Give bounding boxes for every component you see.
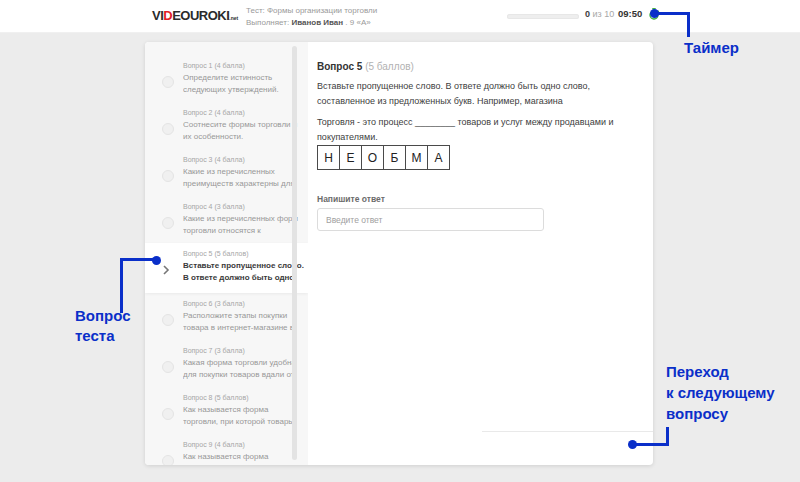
question-instruction: Вставьте пропущенное слово. В ответе дол… (317, 79, 649, 109)
logo-text: VI (152, 8, 163, 23)
letter: Б (391, 151, 399, 165)
question-status-circle-icon (162, 361, 174, 373)
test-title: Тест: Формы организации торговли (246, 5, 377, 17)
letter-tile[interactable]: Н (317, 145, 340, 170)
sidebar-item-question-3[interactable]: Вопрос 3 (4 балла) Какие из перечисленны… (145, 149, 308, 196)
next-annotation-label: Переход к следующему вопросу (666, 361, 775, 424)
question-item-desc: Вставьте пропущенное слово. В ответе дол… (183, 260, 304, 284)
question-item-desc: Какие из перечисленных преимуществ харак… (183, 166, 304, 190)
question-annotation-line1: Вопрос (75, 306, 131, 326)
score-current: 0 (585, 9, 590, 19)
chevron-right-icon (160, 264, 172, 276)
question-annotation-line-v (120, 258, 123, 313)
sidebar-item-question-5-active[interactable]: Вопрос 5 (5 баллов) Вставьте пропущенное… (145, 243, 308, 293)
timer-annotation-line-h (653, 12, 690, 15)
question-item-title: Вопрос 1 (4 балла) (183, 62, 304, 69)
question-text-with-blank: Торговля - это процесс ________ товаров … (317, 115, 649, 145)
letter-tile[interactable]: М (405, 145, 428, 170)
sidebar-item-question-2[interactable]: Вопрос 2 (4 балла) Соотнесите формы торг… (145, 102, 308, 149)
question-status-circle-icon (162, 76, 174, 88)
question-status-circle-icon (162, 314, 174, 326)
question-item-title: Вопрос 2 (4 балла) (183, 109, 304, 116)
question-annotation-line2: теста (75, 326, 131, 346)
question-item-desc: Какие из перечисленных форм торговли отн… (183, 213, 304, 237)
sidebar-item-question-9[interactable]: Вопрос 9 (4 балла) Как называется форма … (145, 434, 308, 465)
logo-letter-d: D (163, 8, 172, 23)
letter-tile[interactable]: Б (383, 145, 406, 170)
logo[interactable]: VIDEOUROKI.net (152, 8, 238, 23)
question-item-desc: Какая форма торговли удобна для покупки … (183, 357, 304, 381)
score-counter: 0 из 10 (585, 9, 614, 19)
question-item-desc: Расположите этапы покупки товара в интер… (183, 310, 304, 334)
footer-divider (482, 431, 653, 432)
next-annotation-line1: Переход (666, 361, 775, 382)
test-performer: Выполняет: Иванов Иван . 9 «А» (246, 17, 377, 29)
logo-text-rest: EOUROKI (172, 8, 229, 23)
answer-label: Напишите ответ (317, 194, 385, 204)
sidebar-scrollbar[interactable] (292, 46, 297, 460)
question-item-title: Вопрос 9 (4 балла) (183, 441, 304, 448)
question-status-circle-icon (162, 455, 174, 465)
score-total: из 10 (593, 9, 615, 19)
letter: О (368, 151, 377, 165)
logo-suffix: .net (229, 15, 238, 21)
question-status-circle-icon (162, 408, 174, 420)
answer-input[interactable] (317, 208, 544, 231)
letter: Н (324, 151, 333, 165)
sidebar-item-question-7[interactable]: Вопрос 7 (3 балла) Какая форма торговли … (145, 340, 308, 387)
question-item-title: Вопрос 8 (5 баллов) (183, 394, 304, 401)
timer-annotation-label: Таймер (684, 38, 739, 58)
question-number: Вопрос 5 (317, 61, 362, 72)
letter: М (412, 151, 422, 165)
letter-tile[interactable]: А (427, 145, 450, 170)
question-item-desc: Соотнесите формы торговли и их особеннос… (183, 119, 304, 143)
letter: Е (346, 151, 354, 165)
question-list-sidebar: Вопрос 1 (4 балла) Определите истинность… (145, 42, 308, 465)
question-item-title: Вопрос 6 (3 балла) (183, 300, 304, 307)
timer-annotation-line-v (687, 12, 690, 37)
next-annotation-line3: вопросу (666, 403, 775, 424)
performer-name: Иванов Иван (291, 18, 343, 27)
question-item-desc: Как называется форма торговли, при котор… (183, 451, 304, 465)
question-item-title: Вопрос 7 (3 балла) (183, 347, 304, 354)
test-info: Тест: Формы организации торговли Выполня… (246, 5, 377, 29)
performer-class: . 9 «А» (343, 18, 371, 27)
question-status-circle-icon (162, 123, 174, 135)
performer-label: Выполняет: (246, 18, 289, 27)
header: VIDEOUROKI.net Тест: Формы организации т… (0, 0, 800, 33)
letter-tile[interactable]: О (361, 145, 384, 170)
letter: А (434, 151, 442, 165)
question-status-circle-icon (162, 170, 174, 182)
question-annotation-line-h (120, 258, 156, 261)
question-item-desc: Определите истинность следующих утвержде… (183, 72, 304, 96)
sidebar-item-question-1[interactable]: Вопрос 1 (4 балла) Определите истинность… (145, 55, 308, 102)
question-points: (5 баллов) (365, 61, 414, 72)
question-item-title: Вопрос 4 (3 балла) (183, 203, 304, 210)
next-annotation-dot (628, 440, 637, 449)
letter-tiles: Н Е О Б М А (317, 145, 449, 170)
question-panel: Вопрос 5 (5 баллов) Вставьте пропущенное… (317, 42, 653, 465)
test-card: Вопрос 1 (4 балла) Определите истинность… (145, 42, 653, 465)
sidebar-item-question-4[interactable]: Вопрос 4 (3 балла) Какие из перечисленны… (145, 196, 308, 243)
sidebar-item-question-6[interactable]: Вопрос 6 (3 балла) Расположите этапы пок… (145, 293, 308, 340)
letter-tile[interactable]: Е (339, 145, 362, 170)
question-annotation-label: Вопрос теста (75, 306, 131, 346)
timer-value: 09:50 (618, 8, 642, 19)
next-annotation-line2: к следующему (666, 382, 775, 403)
question-header: Вопрос 5 (5 баллов) (317, 61, 414, 72)
question-item-title: Вопрос 3 (4 балла) (183, 156, 304, 163)
progress-bar (507, 14, 579, 19)
next-annotation-line-h (634, 443, 669, 446)
sidebar-item-question-8[interactable]: Вопрос 8 (5 баллов) Как называется форма… (145, 387, 308, 434)
question-item-title: Вопрос 5 (5 баллов) (183, 250, 304, 257)
question-status-circle-icon (162, 217, 174, 229)
question-item-desc: Как называется форма торговли, при котор… (183, 404, 304, 428)
